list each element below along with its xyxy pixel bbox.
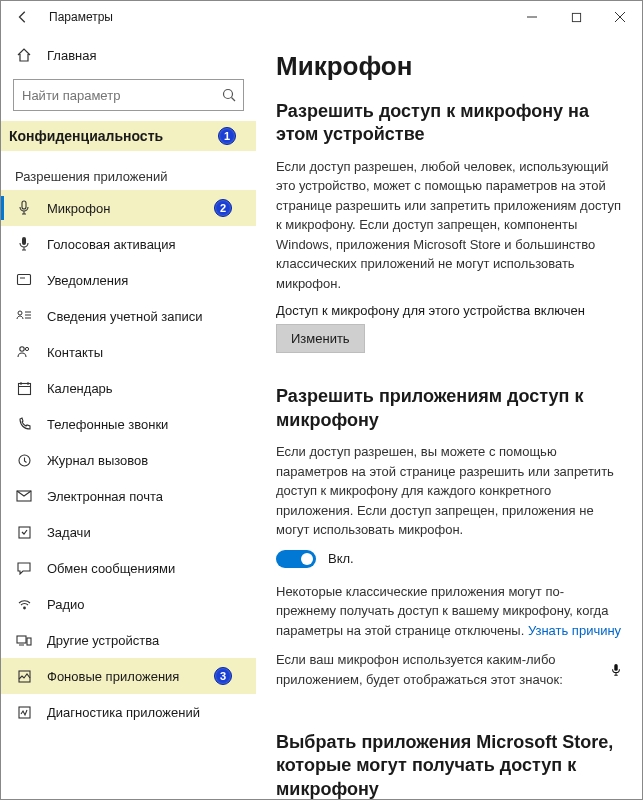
- messaging-icon: [15, 561, 33, 575]
- desktop-apps-note: Некоторые классические приложения могут …: [276, 582, 622, 641]
- svg-rect-4: [22, 201, 26, 209]
- nav-label: Сведения учетной записи: [47, 309, 203, 324]
- nav-email[interactable]: Электронная почта: [1, 478, 256, 514]
- history-icon: [15, 453, 33, 468]
- callout-2: 2: [214, 199, 232, 217]
- nav-phone-calls[interactable]: Телефонные звонки: [1, 406, 256, 442]
- svg-point-12: [20, 347, 24, 351]
- toggle-label: Вкл.: [328, 551, 354, 566]
- svg-rect-22: [17, 636, 26, 643]
- svg-line-3: [232, 98, 236, 102]
- nav-label: Фоновые приложения: [47, 669, 179, 684]
- section1-heading: Разрешить доступ к микрофону на этом уст…: [276, 100, 622, 147]
- email-icon: [15, 490, 33, 502]
- nav-radios[interactable]: Радио: [1, 586, 256, 622]
- nav-background-apps[interactable]: Фоновые приложения 3: [1, 658, 256, 694]
- section1-body: Если доступ разрешен, любой человек, исп…: [276, 157, 622, 294]
- voice-icon: [15, 236, 33, 252]
- nav-label: Обмен сообщениями: [47, 561, 175, 576]
- page-title: Микрофон: [276, 51, 622, 82]
- callout-3: 3: [214, 667, 232, 685]
- category-label: Конфиденциальность: [9, 128, 163, 144]
- svg-point-2: [224, 90, 233, 99]
- svg-rect-5: [22, 237, 26, 245]
- sidebar: Главная Конфиденциальность 1 Разрешения …: [1, 33, 256, 799]
- minimize-icon: [526, 11, 538, 23]
- nav-label: Календарь: [47, 381, 113, 396]
- nav-label: Голосовая активация: [47, 237, 176, 252]
- svg-rect-6: [18, 275, 31, 285]
- section-header: Разрешения приложений: [1, 161, 256, 190]
- tasks-icon: [15, 525, 33, 540]
- home-label: Главная: [47, 48, 96, 63]
- minimize-button[interactable]: [510, 1, 554, 33]
- nav-voice-activation[interactable]: Голосовая активация: [1, 226, 256, 262]
- home-nav[interactable]: Главная: [1, 37, 256, 73]
- nav-app-diagnostics[interactable]: Диагностика приложений: [1, 694, 256, 730]
- nav-label: Контакты: [47, 345, 103, 360]
- diagnostics-icon: [15, 705, 33, 720]
- phone-icon: [15, 417, 33, 432]
- nav-notifications[interactable]: Уведомления: [1, 262, 256, 298]
- nav-label: Диагностика приложений: [47, 705, 200, 720]
- change-button[interactable]: Изменить: [276, 324, 365, 353]
- devices-icon: [15, 634, 33, 647]
- callout-1: 1: [218, 127, 236, 145]
- nav-other-devices[interactable]: Другие устройства: [1, 622, 256, 658]
- nav-label: Журнал вызовов: [47, 453, 148, 468]
- section2-heading: Разрешить приложениям доступ к микрофону: [276, 385, 622, 432]
- learn-why-link[interactable]: Узнать причину: [528, 623, 621, 638]
- main-content: Микрофон Разрешить доступ к микрофону на…: [256, 33, 642, 799]
- search-icon: [221, 87, 237, 103]
- svg-rect-27: [614, 664, 617, 671]
- nav-label: Задачи: [47, 525, 91, 540]
- nav-microphone[interactable]: Микрофон 2: [1, 190, 256, 226]
- svg-rect-1: [572, 13, 580, 21]
- arrow-left-icon: [16, 10, 30, 24]
- nav-account-info[interactable]: Сведения учетной записи: [1, 298, 256, 334]
- search-input[interactable]: [22, 88, 221, 103]
- svg-point-13: [25, 347, 28, 350]
- nav-label: Телефонные звонки: [47, 417, 168, 432]
- settings-window: Параметры Главная: [0, 0, 643, 800]
- category-privacy[interactable]: Конфиденциальность 1: [1, 121, 256, 151]
- nav-label: Радио: [47, 597, 85, 612]
- contacts-icon: [15, 345, 33, 359]
- back-button[interactable]: [9, 3, 37, 31]
- section3-heading: Выбрать приложения Microsoft Store, кото…: [276, 731, 622, 799]
- svg-point-21: [23, 606, 26, 609]
- close-icon: [614, 11, 626, 23]
- radio-icon: [15, 597, 33, 612]
- maximize-button[interactable]: [554, 1, 598, 33]
- svg-rect-23: [27, 638, 31, 645]
- microphone-icon: [15, 200, 33, 216]
- nav-label: Уведомления: [47, 273, 128, 288]
- nav-calendar[interactable]: Календарь: [1, 370, 256, 406]
- nav-contacts[interactable]: Контакты: [1, 334, 256, 370]
- nav-label: Другие устройства: [47, 633, 159, 648]
- calendar-icon: [15, 381, 33, 396]
- close-button[interactable]: [598, 1, 642, 33]
- nav-tasks[interactable]: Задачи: [1, 514, 256, 550]
- nav-call-history[interactable]: Журнал вызовов: [1, 442, 256, 478]
- titlebar: Параметры: [1, 1, 642, 33]
- device-access-status: Доступ к микрофону для этого устройства …: [276, 303, 622, 318]
- apps-access-toggle[interactable]: [276, 550, 316, 568]
- svg-point-8: [18, 311, 22, 315]
- nav-label: Микрофон: [47, 201, 110, 216]
- mic-in-use-note: Если ваш микрофон используется каким-либ…: [276, 650, 622, 689]
- search-box[interactable]: [13, 79, 244, 111]
- notifications-icon: [15, 273, 33, 287]
- microphone-indicator-icon: [610, 663, 622, 677]
- maximize-icon: [571, 12, 582, 23]
- account-icon: [15, 309, 33, 323]
- nav-label: Электронная почта: [47, 489, 163, 504]
- svg-rect-26: [19, 707, 30, 718]
- section2-body: Если доступ разрешен, вы можете с помощь…: [276, 442, 622, 540]
- home-icon: [15, 47, 33, 63]
- nav-messaging[interactable]: Обмен сообщениями: [1, 550, 256, 586]
- svg-rect-14: [18, 383, 30, 394]
- background-apps-icon: [15, 669, 33, 684]
- window-title: Параметры: [49, 10, 113, 24]
